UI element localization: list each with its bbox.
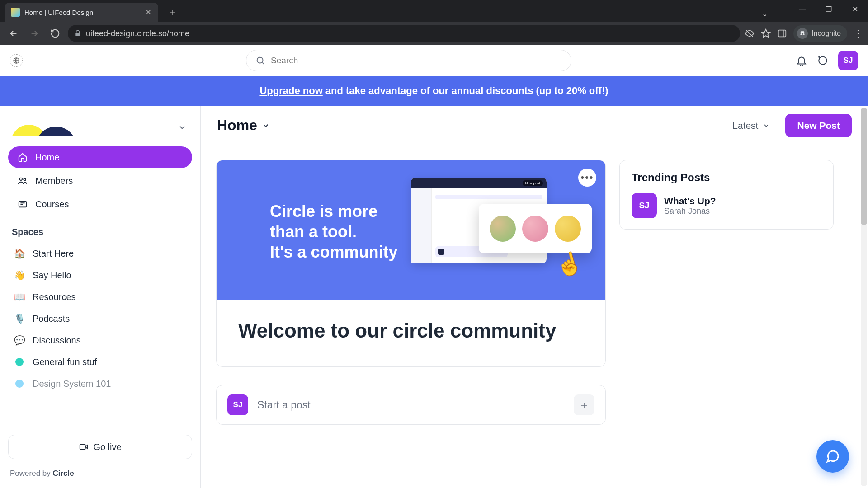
window-maximize-button[interactable]: ❐ xyxy=(816,0,842,18)
space-item-design-system[interactable]: Design System 101 xyxy=(8,373,192,394)
hero-illustration: New post ☝️ xyxy=(411,178,574,282)
spaces-section-label: Spaces xyxy=(8,217,192,243)
sidebar-label: Home xyxy=(35,152,59,163)
space-label: Podcasts xyxy=(33,314,70,324)
notifications-icon[interactable] xyxy=(795,54,808,67)
url-text: uifeed-design.circle.so/home xyxy=(86,29,189,38)
chevron-down-icon xyxy=(262,122,270,130)
svg-rect-0 xyxy=(778,30,786,37)
nav-forward-button[interactable] xyxy=(26,25,42,42)
sidebar-label: Members xyxy=(35,176,73,186)
tab-close-icon[interactable]: ✕ xyxy=(145,9,152,16)
browser-tab[interactable]: Home | UIFeed Design ✕ xyxy=(5,3,158,22)
window-minimize-button[interactable]: ― xyxy=(789,0,816,18)
space-item-general-fun[interactable]: General fun stuf xyxy=(8,351,192,373)
svg-point-5 xyxy=(20,178,23,181)
new-tab-button[interactable]: ＋ xyxy=(165,4,181,20)
hero-line: It's a community xyxy=(270,242,398,262)
trending-post-author: Sarah Jonas xyxy=(664,206,716,216)
sidebar-item-home[interactable]: Home xyxy=(8,146,192,168)
search-input[interactable] xyxy=(271,56,562,66)
hero-line: Circle is more xyxy=(270,201,398,221)
compose-card[interactable]: SJ Start a post ＋ xyxy=(216,385,606,425)
teal-dot-icon xyxy=(15,358,24,366)
workspace-menu-chevron-icon[interactable] xyxy=(175,120,189,135)
address-bar[interactable]: uifeed-design.circle.so/home xyxy=(68,25,740,42)
members-icon xyxy=(17,175,28,186)
go-live-label: Go live xyxy=(93,442,121,452)
messages-icon[interactable] xyxy=(816,54,830,67)
nav-reload-button[interactable] xyxy=(47,25,63,42)
chevron-down-icon xyxy=(763,122,770,129)
workspace-logo[interactable] xyxy=(11,118,74,136)
browser-menu-icon[interactable]: ⋮ xyxy=(854,28,863,39)
nav-back-button[interactable] xyxy=(5,25,22,42)
upgrade-link[interactable]: Upgrade now xyxy=(259,85,322,97)
space-label: Resources xyxy=(33,292,76,302)
wave-emoji-icon: 👋 xyxy=(14,270,25,281)
bookmark-star-icon[interactable] xyxy=(761,28,771,38)
trending-item[interactable]: SJ What's Up? Sarah Jonas xyxy=(632,193,821,218)
search-icon xyxy=(255,56,265,66)
hero-line: than a tool. xyxy=(270,221,398,242)
space-item-podcasts[interactable]: 🎙️ Podcasts xyxy=(8,308,192,329)
incognito-icon xyxy=(797,28,808,39)
space-item-start-here[interactable]: 🏠 Start Here xyxy=(8,243,192,264)
powered-by[interactable]: Powered by Circle xyxy=(8,466,192,482)
space-label: General fun stuf xyxy=(33,357,97,367)
sidebar-label: Courses xyxy=(35,199,69,210)
go-live-button[interactable]: Go live xyxy=(8,435,192,459)
trending-card: Trending Posts SJ What's Up? Sarah Jonas xyxy=(619,160,834,230)
svg-point-1 xyxy=(800,33,802,35)
incognito-badge[interactable]: Incognito xyxy=(793,25,847,42)
user-avatar[interactable]: SJ xyxy=(838,51,858,70)
workspace-switcher-icon[interactable] xyxy=(10,54,23,67)
sidebar: Home Members Courses Spaces 🏠 Start Here xyxy=(0,106,201,488)
blue-dot-icon xyxy=(15,380,24,388)
promo-text: and take advantage of our annual discoun… xyxy=(326,85,609,97)
house-emoji-icon: 🏠 xyxy=(14,248,25,259)
sidebar-item-courses[interactable]: Courses xyxy=(8,193,192,215)
promo-banner: Upgrade now and take advantage of our an… xyxy=(0,76,868,106)
welcome-heading: Welcome to our circle community xyxy=(238,319,584,342)
space-item-say-hello[interactable]: 👋 Say Hello xyxy=(8,264,192,286)
space-item-discussions[interactable]: 💬 Discussions xyxy=(8,329,192,351)
courses-icon xyxy=(17,199,28,210)
space-label: Say Hello xyxy=(33,270,71,281)
tab-search-chevron-icon[interactable]: ⌄ xyxy=(751,5,778,23)
chat-fab[interactable] xyxy=(816,440,849,473)
scrollbar-thumb[interactable] xyxy=(861,108,867,225)
home-icon xyxy=(17,152,28,163)
window-close-button[interactable]: ✕ xyxy=(842,0,868,18)
trending-title: Trending Posts xyxy=(632,171,821,184)
sort-label: Latest xyxy=(732,120,758,131)
space-item-resources[interactable]: 📖 Resources xyxy=(8,286,192,308)
sidebar-item-members[interactable]: Members xyxy=(8,170,192,192)
welcome-card[interactable]: ••• Circle is more than a tool. It's a c… xyxy=(216,160,606,367)
tracking-icon[interactable] xyxy=(745,28,755,38)
tab-title: Home | UIFeed Design xyxy=(24,9,140,16)
space-label: Discussions xyxy=(33,335,81,346)
hero-banner: ••• Circle is more than a tool. It's a c… xyxy=(217,160,605,300)
svg-point-2 xyxy=(803,33,805,35)
favicon xyxy=(11,8,20,17)
book-emoji-icon: 📖 xyxy=(14,291,25,302)
sidepanel-icon[interactable] xyxy=(777,28,787,38)
svg-rect-8 xyxy=(80,445,85,450)
svg-point-6 xyxy=(24,178,26,181)
trending-post-title: What's Up? xyxy=(664,196,716,206)
space-label: Design System 101 xyxy=(33,379,111,389)
trending-avatar: SJ xyxy=(632,193,657,218)
page-title-dropdown[interactable]: Home xyxy=(217,117,270,134)
new-post-button[interactable]: New Post xyxy=(785,114,852,137)
search-box[interactable] xyxy=(246,50,571,71)
compose-add-icon[interactable]: ＋ xyxy=(574,394,594,415)
video-icon xyxy=(79,442,89,452)
compose-placeholder[interactable]: Start a post xyxy=(257,399,565,411)
compose-avatar: SJ xyxy=(227,394,248,415)
lock-icon xyxy=(74,30,81,37)
page-title: Home xyxy=(217,117,257,134)
post-menu-icon[interactable]: ••• xyxy=(578,169,596,187)
svg-point-4 xyxy=(257,57,263,63)
sort-dropdown[interactable]: Latest xyxy=(732,120,770,131)
